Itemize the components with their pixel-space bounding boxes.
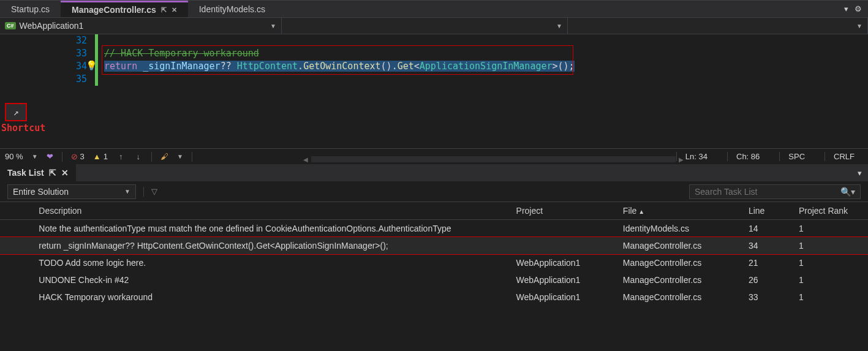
close-icon[interactable]: ✕ <box>61 168 69 178</box>
task-line: 14 <box>742 220 793 238</box>
health-icon[interactable]: ❤ <box>47 152 53 161</box>
scope-dropdown[interactable]: Entire Solution ▼ <box>7 184 136 199</box>
tab-managecontroller[interactable]: ManageController.cs ⇱ ✕ <box>61 1 188 17</box>
task-description: UNDONE Check-in #42 <box>32 271 510 289</box>
task-file: ManageController.cs <box>617 271 742 289</box>
chevron-down-icon[interactable]: ▼ <box>32 153 38 160</box>
task-line: 21 <box>742 254 793 271</box>
task-description: return _signInManager?? HttpContent.GetO… <box>32 237 510 254</box>
code-editor[interactable]: 32 33 34 35 💡 // HACK Temporary workarou… <box>0 34 868 148</box>
task-file: IdentityModels.cs <box>617 220 742 238</box>
scroll-track[interactable] <box>311 156 676 162</box>
task-description: Note the authenticationType must match t… <box>32 220 510 238</box>
tab-startup[interactable]: Startup.cs <box>0 1 61 17</box>
line-number: 35 <box>0 73 92 86</box>
col-header-file[interactable]: File <box>617 202 742 220</box>
project-dropdown[interactable]: C# WebApplication1 ▼ <box>0 18 282 34</box>
line-number-gutter: 32 33 34 35 <box>0 34 92 86</box>
col-header-description[interactable]: Description <box>32 202 510 220</box>
table-row[interactable]: UNDONE Check-in #42 WebApplication1 Mana… <box>0 271 868 289</box>
task-list-tab[interactable]: Task List ⇱ ✕ <box>0 164 76 181</box>
task-file: ManageController.cs <box>617 237 742 254</box>
task-rank: 1 <box>793 271 868 289</box>
navigation-bar: C# WebApplication1 ▼ ▼ ▼ <box>0 17 868 34</box>
task-list-table: Description Project File Line Project Ra… <box>0 202 868 306</box>
error-icon: ⊘ <box>71 152 78 161</box>
indent-mode[interactable]: SPC <box>779 152 813 161</box>
chevron-down-icon: ▼ <box>270 23 276 29</box>
panel-options-dropdown[interactable]: ▾ <box>851 164 868 181</box>
search-input[interactable] <box>695 187 840 197</box>
task-project <box>510 220 617 238</box>
editor-status-bar: 90 % ▼ ❤ ⊘3 ▲1 ↑ ↓ 🖌▼ ◀ ▶ Ln: 34 Ch: 86 … <box>0 148 868 164</box>
screwdriver-icon[interactable]: 🖌 <box>160 152 168 161</box>
scroll-left-icon[interactable]: ◀ <box>300 156 311 163</box>
task-rank: 1 <box>793 254 868 271</box>
col-header-project[interactable]: Project <box>510 202 617 220</box>
type-dropdown[interactable]: ▼ <box>282 18 568 34</box>
error-count[interactable]: ⊘3 <box>71 152 85 161</box>
task-project: WebApplication1 <box>510 289 617 306</box>
warning-icon: ▲ <box>93 152 101 161</box>
line-ending[interactable]: CRLF <box>825 152 863 161</box>
chevron-down-icon[interactable]: ▼ <box>177 153 183 160</box>
task-project <box>510 237 617 254</box>
change-indicator <box>95 34 98 86</box>
scope-label: Entire Solution <box>13 187 69 197</box>
panel-tab-bar: Task List ⇱ ✕ ▾ <box>0 164 868 181</box>
table-row[interactable]: TODO Add some logic here. WebApplication… <box>0 254 868 271</box>
task-rank: 1 <box>793 237 868 254</box>
panel-title: Task List <box>7 168 44 178</box>
tab-identitymodels[interactable]: IdentityModels.cs <box>188 1 276 17</box>
zoom-level[interactable]: 90 % <box>5 152 23 161</box>
close-icon[interactable]: ✕ <box>172 6 177 14</box>
task-search-box[interactable]: 🔍▾ <box>689 184 861 199</box>
tab-label: ManageController.cs <box>72 5 156 15</box>
scroll-right-icon[interactable]: ▶ <box>676 156 687 163</box>
col-header-icon[interactable] <box>0 202 32 220</box>
csharp-icon: C# <box>5 22 16 29</box>
type-token: ApplicationSignInManager <box>420 61 553 72</box>
annotation-label: Shortcut <box>1 123 45 134</box>
nav-down-icon[interactable]: ↓ <box>134 152 143 161</box>
col-header-line[interactable]: Line <box>742 202 793 220</box>
search-icon[interactable]: 🔍▾ <box>840 187 855 197</box>
dropdown-icon[interactable]: ▾ <box>844 4 848 13</box>
task-description: TODO Add some logic here. <box>32 254 510 271</box>
pin-icon[interactable]: ⇱ <box>49 168 56 178</box>
task-rank: 1 <box>793 220 868 238</box>
tab-label: Startup.cs <box>11 4 50 14</box>
tab-label: IdentityModels.cs <box>199 4 265 14</box>
shortcut-button[interactable]: ↗ <box>5 103 27 121</box>
chevron-down-icon: ▼ <box>124 188 130 195</box>
task-file: ManageController.cs <box>617 289 742 306</box>
task-project: WebApplication1 <box>510 254 617 271</box>
chevron-down-icon: ▼ <box>556 23 562 29</box>
table-row[interactable]: HACK Temporary workaround WebApplication… <box>0 289 868 306</box>
task-project: WebApplication1 <box>510 271 617 289</box>
pin-icon[interactable]: ⇱ <box>161 6 167 14</box>
project-name: WebApplication1 <box>20 21 84 31</box>
task-line: 34 <box>742 237 793 254</box>
code-area[interactable]: // HACK Temporary workaround return _sig… <box>104 34 575 86</box>
nav-up-icon[interactable]: ↑ <box>116 152 126 161</box>
keyword-token: return <box>104 61 137 72</box>
line-number: 32 <box>0 34 92 47</box>
horizontal-scrollbar[interactable]: ◀ ▶ <box>300 154 687 164</box>
col-header-rank[interactable]: Project Rank <box>793 202 868 220</box>
warning-count[interactable]: ▲1 <box>93 152 108 161</box>
method-token: GetOwinContext <box>303 61 380 72</box>
member-dropdown[interactable]: ▼ <box>568 18 868 34</box>
operator-token: ?? <box>221 61 237 72</box>
type-token: HttpContent <box>237 61 298 72</box>
table-header-row: Description Project File Line Project Ra… <box>0 202 868 220</box>
table-row[interactable]: return _signInManager?? HttpContent.GetO… <box>0 237 868 254</box>
task-list-toolbar: Entire Solution ▼ ▽ 🔍▾ <box>0 181 868 202</box>
shortcut-icon: ↗ <box>13 107 18 118</box>
filter-icon[interactable]: ▽ <box>151 187 157 196</box>
cursor-char: Ch: 86 <box>727 152 768 161</box>
comment-token: // HACK Temporary workaround <box>104 48 259 59</box>
task-line: 26 <box>742 271 793 289</box>
gear-icon[interactable]: ⚙ <box>855 4 862 13</box>
table-row[interactable]: Note the authenticationType must match t… <box>0 220 868 238</box>
